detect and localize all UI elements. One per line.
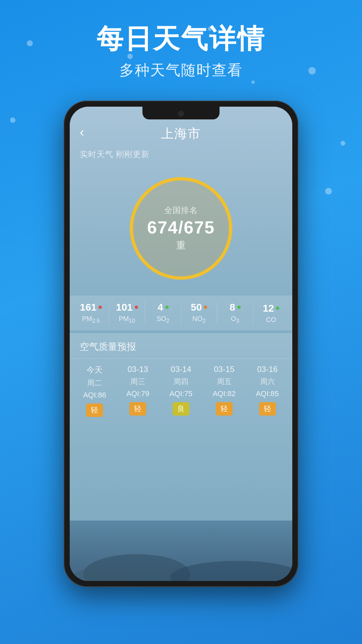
pollutant-so2-value-row: 4	[158, 302, 169, 313]
forecast-aqi-0315: AQI:82	[213, 389, 236, 398]
forecast-weekday-0316: 周六	[260, 377, 275, 387]
bg-decoration-dot-4	[10, 117, 15, 123]
forecast-badge-0316: 轻	[259, 402, 276, 416]
forecast-badge-today: 轻	[86, 404, 103, 417]
pm25-dot	[99, 306, 102, 309]
screen-content: ‹ 上海市 实时天气 刚刚更新 全国排名	[70, 107, 292, 581]
forecast-weekday-today: 周二	[87, 378, 102, 388]
pollutant-o3: 8 O3	[217, 302, 253, 324]
forecast-date-0316: 03-16	[257, 365, 278, 374]
pollutant-o3-value-row: 8	[230, 302, 241, 313]
forecast-aqi-0314: AQI:75	[170, 389, 192, 398]
svg-point-3	[170, 561, 292, 581]
pollutant-so2: 4 SO2	[145, 302, 181, 324]
no2-dot	[204, 306, 207, 309]
o3-value: 8	[230, 302, 235, 313]
sub-title: 多种天气随时查看	[0, 60, 362, 80]
pollutant-pm25-value-row: 161	[80, 302, 102, 313]
forecast-date-0313: 03-13	[128, 365, 148, 374]
forecast-weekday-0314: 周四	[174, 377, 188, 387]
city-title: 上海市	[161, 125, 201, 142]
pollutant-co: 12 CO	[253, 303, 289, 324]
forecast-col-0316: 03-16 周六 AQI:85 轻	[246, 365, 289, 417]
co-label: CO	[266, 316, 276, 324]
forecast-badge-0314: 良	[173, 402, 189, 416]
co-value: 12	[263, 303, 274, 314]
scenery-svg	[70, 521, 292, 581]
aqi-circle-section: 全国排名 674/675 重	[70, 165, 292, 296]
back-button[interactable]: ‹	[80, 125, 84, 140]
aqi-national-rank-label: 全国排名	[141, 205, 221, 216]
pm10-dot	[135, 306, 138, 309]
forecast-weekday-0315: 周五	[217, 377, 232, 387]
pollutant-co-value-row: 12	[263, 303, 279, 314]
forecast-aqi-0316: AQI:85	[256, 389, 279, 398]
aqi-status: 重	[141, 239, 221, 252]
pm10-value: 101	[116, 302, 133, 313]
forecast-date-0314: 03-14	[171, 365, 191, 374]
phone-screen: ‹ 上海市 实时天气 刚刚更新 全国排名	[70, 107, 292, 581]
header-section: 每日天气详情 多种天气随时查看	[0, 0, 362, 80]
phone-mockup: ‹ 上海市 实时天气 刚刚更新 全国排名	[64, 101, 298, 587]
forecast-badge-0315: 轻	[216, 402, 233, 416]
update-info: 实时天气 刚刚更新	[70, 147, 292, 165]
forecast-weekday-0313: 周三	[130, 377, 145, 387]
forecast-date-0315: 03-15	[214, 365, 234, 374]
pollutant-no2-value-row: 50	[191, 302, 207, 313]
bottom-scenery	[70, 521, 292, 581]
forecast-col-0313: 03-13 周三 AQI:79 轻	[116, 365, 160, 417]
so2-dot	[165, 306, 169, 309]
forecast-aqi-today: AQI:86	[83, 391, 106, 399]
forecast-row: 今天 周二 AQI:86 轻 03-13 周三 AQI:79 轻 0	[70, 359, 292, 419]
forecast-col-0315: 03-15 周五 AQI:82 轻	[202, 365, 246, 417]
bg-decoration-dot-8	[251, 80, 255, 84]
bg-decoration-dot-6	[325, 188, 332, 195]
circle-inner: 全国排名 674/675 重	[141, 205, 221, 252]
forecast-aqi-0313: AQI:79	[126, 389, 149, 398]
forecast-date-today: 今天	[86, 365, 103, 375]
so2-value: 4	[158, 302, 163, 313]
forecast-col-0314: 03-14 周四 AQI:75 良	[160, 365, 203, 417]
pollutant-pm10-value-row: 101	[116, 302, 138, 313]
bg-decoration-dot-5	[341, 141, 345, 146]
camera-dot	[178, 111, 184, 117]
pollutant-pm10: 101 PM10	[109, 302, 145, 324]
forecast-section: 空气质量预报 今天 周二 AQI:86 轻 03-13 周三 AQI:79	[70, 333, 292, 521]
forecast-col-today: 今天 周二 AQI:86 轻	[73, 365, 116, 417]
no2-label: NO2	[192, 315, 205, 324]
pollutant-no2: 50 NO2	[181, 302, 218, 324]
main-title: 每日天气详情	[0, 23, 362, 54]
o3-label: O3	[231, 315, 239, 324]
pm10-label: PM10	[119, 315, 135, 324]
no2-value: 50	[191, 302, 202, 313]
o3-dot	[237, 306, 241, 309]
phone-outer-frame: ‹ 上海市 实时天气 刚刚更新 全国排名	[64, 101, 298, 587]
so2-label: SO2	[157, 315, 169, 324]
forecast-header: 空气质量预报	[70, 333, 292, 359]
forecast-badge-0313: 轻	[129, 402, 146, 416]
pollutant-row: 161 PM2.5 101 PM10 4	[70, 296, 292, 330]
co-dot	[276, 307, 279, 310]
aqi-circle: 全国排名 674/675 重	[127, 175, 235, 282]
pm25-label: PM2.5	[82, 315, 100, 324]
aqi-rank-value: 674/675	[141, 217, 221, 237]
pollutant-pm25: 161 PM2.5	[73, 302, 109, 324]
phone-notch	[142, 107, 220, 119]
pm25-value: 161	[80, 302, 97, 313]
